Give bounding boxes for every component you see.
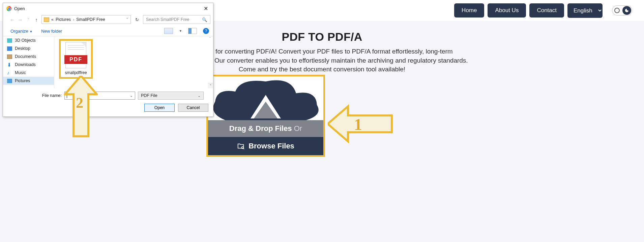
folder-icon	[44, 18, 49, 22]
sidebar-item-3d-objects[interactable]: 3D Objects	[3, 36, 54, 44]
sun-icon	[614, 8, 620, 13]
svg-text:1: 1	[354, 115, 362, 133]
page-description: ced tool for converting PDF/A! Convert y…	[175, 47, 469, 74]
dialog-title: Open	[14, 6, 25, 11]
browse-folder-icon	[237, 142, 244, 150]
sidebar-item-music[interactable]: ♪Music	[3, 69, 54, 77]
view-dropdown-icon[interactable]: ▼	[179, 29, 182, 33]
nav-contact-button[interactable]: Contact	[529, 3, 564, 18]
new-folder-button[interactable]: New folder	[41, 29, 62, 34]
downloads-icon: ⬇	[7, 63, 12, 67]
nav-recent-icon[interactable]: ˅	[25, 18, 31, 22]
folder-sidebar: 3D Objects Desktop Documents ⬇Downloads …	[3, 36, 54, 88]
upload-dropzone[interactable]: Drag & Drop Files Or Browse Files	[206, 75, 325, 157]
filename-dropdown-icon[interactable]: ⌄	[130, 94, 133, 98]
desktop-icon	[7, 46, 12, 51]
file-item-smallpdffree[interactable]: PDF smallpdffree	[59, 39, 93, 79]
pdf-file-icon: PDF	[65, 42, 86, 68]
breadcrumb[interactable]: « Pictures › SmallPDF Free ˅	[41, 15, 131, 24]
filename-label: File name:	[8, 93, 62, 98]
cloud-icon	[208, 76, 323, 120]
breadcrumb-pictures[interactable]: Pictures	[56, 17, 71, 22]
annotation-arrow-2: 2	[64, 76, 98, 140]
dark-mode-toggle[interactable]	[612, 5, 632, 15]
file-type-select[interactable]: PDF File ⌄	[138, 92, 204, 100]
sidebar-item-documents[interactable]: Documents	[3, 53, 54, 61]
refresh-icon[interactable]: ↻	[133, 17, 141, 22]
music-icon: ♪	[7, 71, 12, 75]
language-select[interactable]: English	[567, 3, 603, 18]
drag-drop-label: Drag & Drop Files Or	[208, 120, 323, 137]
nav-back-icon[interactable]: ←	[9, 17, 15, 23]
sidebar-item-desktop[interactable]: Desktop	[3, 44, 54, 53]
search-icon: 🔍	[202, 17, 207, 22]
nav-forward-icon[interactable]: →	[17, 17, 23, 23]
documents-icon	[7, 55, 12, 59]
nav-up-icon[interactable]: ↑	[33, 17, 39, 23]
svg-point-2	[242, 147, 244, 149]
organize-menu[interactable]: Organize ▼	[10, 29, 32, 34]
nav-home-button[interactable]: Home	[454, 3, 484, 18]
moon-icon	[622, 6, 631, 15]
file-open-dialog: Open ✕ ← → ˅ ↑ « Pictures › SmallPDF Fre…	[3, 3, 213, 117]
pictures-icon	[7, 79, 12, 83]
3d-objects-icon	[7, 38, 12, 43]
preview-pane-button[interactable]	[188, 28, 197, 34]
svg-text:2: 2	[76, 95, 83, 111]
chevron-down-icon: ⌄	[198, 94, 201, 98]
chrome-icon	[6, 6, 11, 11]
sidebar-item-pictures[interactable]: Pictures	[3, 77, 54, 85]
breadcrumb-smallpdf[interactable]: SmallPDF Free	[76, 17, 105, 22]
annotation-arrow-1: 1	[328, 104, 395, 144]
cancel-button[interactable]: Cancel	[178, 104, 208, 112]
scroll-down-icon[interactable]: ˅	[208, 83, 213, 88]
file-name-label: smallpdffree	[61, 70, 91, 75]
dialog-titlebar: Open ✕	[3, 3, 213, 14]
scroll-up-icon[interactable]: ˆ	[208, 37, 212, 42]
view-mode-button[interactable]	[164, 28, 173, 34]
nav-about-button[interactable]: About Us	[488, 3, 526, 18]
open-button[interactable]: Open	[144, 104, 175, 112]
help-icon[interactable]: ?	[203, 28, 209, 34]
svg-line-3	[243, 148, 244, 149]
close-button[interactable]: ✕	[201, 5, 210, 12]
chevron-down-icon[interactable]: ˅	[126, 17, 128, 22]
search-input[interactable]: Search SmallPDF Free 🔍	[143, 15, 210, 24]
sidebar-item-downloads[interactable]: ⬇Downloads	[3, 61, 54, 69]
browse-files-button[interactable]: Browse Files	[208, 137, 323, 155]
